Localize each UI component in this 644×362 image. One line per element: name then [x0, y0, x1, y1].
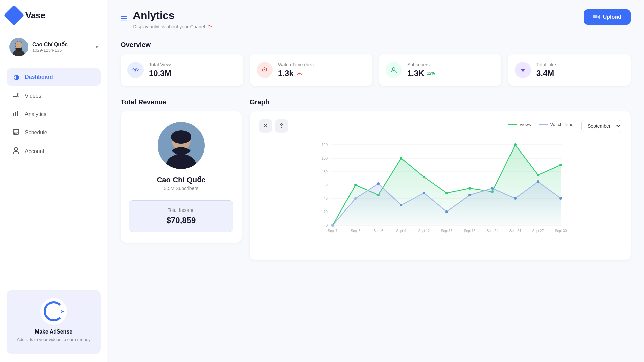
month-select[interactable]: September January February March April M… — [581, 120, 621, 132]
stat-badge: 5% — [297, 71, 302, 76]
svg-point-65 — [400, 204, 402, 206]
svg-point-70 — [514, 197, 517, 200]
revenue-user-name: Cao Chí Quốc — [157, 176, 205, 184]
svg-point-18 — [14, 147, 18, 151]
svg-rect-4 — [13, 93, 17, 97]
header-left: ☰ Anlytics Display anlytics about your C… — [121, 9, 213, 30]
svg-point-59 — [514, 143, 517, 146]
svg-text:Sept 15: Sept 15 — [441, 229, 453, 233]
user-info: Cao Chí Quốc 1029-1234-135 — [32, 41, 92, 53]
legend-watch-time-label: Watch Time — [550, 122, 573, 127]
logo: Vase — [7, 8, 101, 23]
upload-label: Upload — [603, 14, 621, 20]
revenue-card: Cao Chí Quốc 3.5M Subcribers Total Incom… — [121, 111, 241, 243]
svg-point-56 — [445, 192, 448, 194]
svg-text:Sept 3: Sept 3 — [351, 229, 361, 233]
svg-text:20: 20 — [324, 210, 328, 214]
stat-label: Total Like — [536, 62, 556, 67]
header-subtitle: Display anlytics about your Chanel 〜 — [133, 23, 213, 30]
svg-point-68 — [468, 194, 471, 196]
svg-point-54 — [400, 157, 402, 160]
svg-rect-8 — [19, 112, 19, 116]
views-control-button[interactable]: 👁 — [259, 119, 272, 133]
stat-value: 10.3M — [149, 69, 173, 78]
analytics-icon — [12, 110, 20, 118]
subtitle-text: Display anlytics about your Chanel — [133, 24, 205, 29]
svg-point-20 — [392, 68, 395, 70]
adsense-description: Add ads to your videos to earn money — [13, 337, 94, 342]
sidebar-item-analytics[interactable]: Analytics — [7, 106, 101, 123]
svg-text:40: 40 — [324, 196, 328, 200]
svg-text:Sept 27: Sept 27 — [532, 229, 544, 233]
graph-controls: 👁 ⏱ — [259, 119, 288, 133]
chevron-down-icon: ▾ — [96, 44, 98, 50]
user-profile[interactable]: Cao Chí Quốc 1029-1234-135 ▾ — [7, 34, 101, 60]
stat-card-subscribers: Subcribers 1.3K 12% — [379, 54, 501, 86]
menu-icon[interactable]: ☰ — [121, 15, 127, 23]
upload-button[interactable]: Upload — [584, 9, 631, 25]
svg-text:100: 100 — [322, 156, 328, 160]
svg-text:Sept 9: Sept 9 — [396, 229, 406, 233]
total-like-icon: ♥ — [515, 62, 531, 78]
dashboard-icon: ◑ — [12, 73, 20, 81]
legend-views-label: Views — [519, 122, 531, 127]
svg-rect-16 — [14, 133, 15, 134]
revenue-section: Total Revenue Cao Chí Quốc 3.5M Subcribe… — [121, 98, 241, 260]
svg-text:Sept 6: Sept 6 — [374, 229, 383, 233]
sidebar-item-label: Schedule — [25, 130, 47, 136]
stat-label: Watch Time (hrs) — [278, 62, 314, 67]
svg-rect-19 — [593, 15, 597, 18]
stat-value: 1.3K 12% — [407, 69, 435, 78]
overview-title: Overview — [121, 41, 631, 49]
stat-card-total-like: ♥ Total Like 3.4M — [508, 54, 631, 86]
svg-rect-6 — [15, 112, 16, 116]
logo-icon — [4, 5, 24, 26]
svg-point-69 — [491, 187, 494, 190]
graph-section: Graph 👁 ⏱ Views — [250, 98, 631, 260]
legend-line-watch-time — [539, 124, 548, 125]
stat-info: Total Views 10.3M — [149, 62, 173, 78]
account-icon — [12, 147, 20, 156]
svg-rect-15 — [17, 132, 18, 133]
sidebar: Vase Cao Chí Quốc 1029-1234-135 ▾ ◑ Dash… — [0, 0, 107, 362]
svg-point-25 — [171, 130, 191, 144]
logo-text: Vase — [25, 10, 45, 21]
revenue-avatar — [158, 122, 205, 169]
stat-info: Total Like 3.4M — [536, 62, 556, 78]
revenue-income-box: Total Income $70,859 — [129, 200, 233, 232]
stat-info: Subcribers 1.3K 12% — [407, 62, 435, 78]
schedule-icon — [12, 129, 20, 136]
sidebar-item-account[interactable]: Account — [7, 142, 101, 160]
svg-point-52 — [354, 184, 357, 186]
videos-icon — [12, 92, 20, 100]
revenue-title: Total Revenue — [121, 98, 241, 106]
revenue-income-value: $70,859 — [136, 216, 226, 225]
svg-point-67 — [445, 210, 448, 213]
legend-watch-time: Watch Time — [539, 122, 573, 127]
chart-legend: Views Watch Time — [508, 122, 573, 127]
svg-point-57 — [468, 187, 471, 190]
adsense-title: Make AdSense — [13, 329, 94, 335]
sidebar-item-label: Account — [25, 148, 44, 155]
svg-text:Sept 24: Sept 24 — [509, 229, 521, 233]
main-content: ☰ Anlytics Display anlytics about your C… — [107, 0, 644, 362]
stat-info: Watch Time (hrs) 1.3k 5% — [278, 62, 314, 78]
svg-point-66 — [423, 192, 425, 194]
sidebar-item-label: Dashboard — [25, 74, 53, 80]
avatar — [9, 38, 28, 56]
stat-label: Total Views — [149, 62, 173, 67]
watch-time-control-button[interactable]: ⏱ — [275, 119, 288, 133]
bottom-grid: Total Revenue Cao Chí Quốc 3.5M Subcribe… — [121, 98, 631, 260]
sidebar-item-schedule[interactable]: Schedule — [7, 124, 101, 141]
svg-rect-17 — [16, 133, 17, 134]
sidebar-item-dashboard[interactable]: ◑ Dashboard — [7, 68, 101, 86]
sidebar-item-videos[interactable]: Videos — [7, 87, 101, 104]
graph-title: Graph — [250, 98, 631, 106]
stat-card-total-views: 👁 Total Views 10.3M — [121, 54, 243, 86]
svg-point-63 — [354, 197, 357, 200]
legend-views: Views — [508, 122, 531, 127]
stat-value: 1.3k 5% — [278, 69, 314, 78]
subscribers-icon — [386, 62, 402, 78]
analytics-chart: 120 100 80 60 40 20 0 Sept 1 Sept 3 Sept… — [259, 138, 621, 239]
page-title: Anlytics — [133, 9, 213, 22]
